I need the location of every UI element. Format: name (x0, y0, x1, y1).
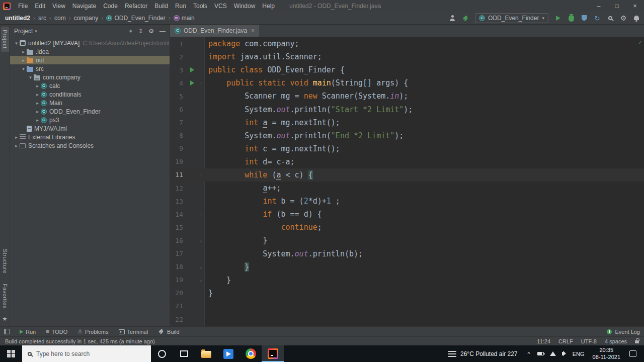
tool-window-switcher-icon[interactable] (4, 329, 10, 334)
run-gutter-icon[interactable] (190, 80, 194, 85)
file-encoding[interactable]: UTF-8 (581, 338, 597, 344)
editor-line-3[interactable]: 3public class ODD_Even_Finder { (170, 63, 644, 76)
editor-line-21[interactable]: 21 (170, 300, 644, 313)
chevron-closed-icon[interactable]: ▸ (13, 143, 20, 148)
chevron-open-icon[interactable]: ▾ (13, 41, 20, 46)
close-tab-icon[interactable]: × (251, 27, 255, 34)
chevron-closed-icon[interactable]: ▸ (34, 118, 41, 123)
hidden-icons-chevron[interactable]: ^ (524, 351, 534, 357)
tree-item-conditionals[interactable]: ▸Cconditionals (10, 90, 170, 99)
restore-button[interactable]: □ (608, 0, 626, 12)
taskbar-search[interactable]: Type here to search (22, 345, 151, 362)
fold-open-icon[interactable]: ◦ (199, 80, 202, 86)
volume-icon[interactable] (562, 352, 564, 355)
coverage-button[interactable] (581, 15, 588, 21)
fold-open-icon[interactable]: ◦ (199, 172, 202, 177)
editor-line-14[interactable]: 14◦ if (b == d) { (170, 208, 644, 221)
editor-line-13[interactable]: 13 int b = (2*d)+1 ; (170, 195, 644, 208)
menu-navigate[interactable]: Navigate (69, 0, 100, 12)
editor-line-18[interactable]: 18▵ } (170, 260, 644, 274)
breadcrumb-item-com[interactable]: com (53, 15, 67, 22)
toolwindow-button-problems[interactable]: ⚠Problems (77, 328, 108, 335)
task-view-button[interactable] (173, 345, 195, 362)
tree-item-com-company[interactable]: ▾com.company (10, 73, 170, 81)
tree-item-odd-even-finder[interactable]: ▸CODD_Even_Finder (10, 107, 170, 116)
tree-item-ps3[interactable]: ▸Cps3 (10, 116, 170, 124)
tree-item-untitled2[interactable]: ▾untitled2[MYJAVA]C:\Users\Asus\IdeaProj… (10, 39, 170, 47)
tree-item-myjava-iml[interactable]: MYJAVA.iml (10, 124, 170, 133)
debug-button[interactable] (568, 15, 575, 22)
settings-gear-icon[interactable]: ⚙ (620, 15, 627, 22)
menu-refactor[interactable]: Refactor (121, 0, 151, 12)
chevron-closed-icon[interactable]: ▸ (34, 92, 41, 97)
blue-app-button[interactable] (217, 345, 239, 362)
chevron-open-icon[interactable]: ▾ (27, 75, 34, 80)
locate-file-icon[interactable]: ⌖ (129, 28, 132, 35)
menu-view[interactable]: View (49, 0, 69, 12)
toolwindow-button-run[interactable]: Run (20, 328, 36, 335)
breadcrumb-item-odd_even_finder[interactable]: CODD_Even_Finder (105, 15, 166, 22)
close-button[interactable]: × (626, 0, 644, 12)
chevron-closed-icon[interactable]: ▸ (34, 83, 41, 88)
menu-run[interactable]: Run (172, 0, 190, 12)
chevron-open-icon[interactable]: ▾ (20, 66, 27, 71)
chevron-closed-icon[interactable]: ▸ (20, 58, 27, 63)
lock-icon[interactable] (635, 340, 639, 343)
weather-widget[interactable]: 26°C Polluted air 227 (442, 350, 524, 357)
editor-line-17[interactable]: 17 System.out.println(b); (170, 247, 644, 260)
breadcrumb-item-src[interactable]: src (37, 15, 47, 22)
tree-item-main[interactable]: ▸CMain (10, 99, 170, 107)
action-center-icon[interactable] (629, 350, 636, 357)
project-panel-title[interactable]: Project (14, 28, 33, 35)
tree-item-scratches-and-consoles[interactable]: ▸Scratches and Consoles (10, 141, 170, 150)
menu-file[interactable]: File (15, 0, 31, 12)
fold-close-icon[interactable]: ▵ (199, 264, 202, 269)
profiler-button[interactable]: ↻ (594, 15, 601, 22)
menu-code[interactable]: Code (100, 0, 121, 12)
indent-setting[interactable]: 4 spaces (605, 338, 627, 344)
chevron-closed-icon[interactable]: ▸ (13, 135, 20, 140)
intellij-taskbar-button[interactable] (262, 345, 284, 362)
minimize-button[interactable]: – (590, 0, 608, 12)
panel-settings-gear-icon[interactable]: ⚙ (148, 28, 154, 35)
code-with-me-user-icon[interactable] (449, 15, 456, 21)
editor-line-20[interactable]: 20} (170, 287, 644, 300)
toolwindow-button-build[interactable]: Build (158, 328, 179, 335)
build-project-button[interactable] (462, 15, 469, 22)
editor-line-7[interactable]: 7 int a = mg.nextInt(); (170, 116, 644, 129)
caret-position[interactable]: 11:24 (537, 338, 550, 344)
tree-item-out[interactable]: ▸out (10, 56, 170, 64)
menu-window[interactable]: Window (230, 0, 259, 12)
editor-line-11[interactable]: 11◦ while (a < c) { (170, 168, 644, 182)
editor-line-2[interactable]: 2import java.util.Scanner; (170, 50, 644, 63)
run-button[interactable] (554, 16, 561, 21)
editor-line-6[interactable]: 6 System.out.println("Start *2 Limit"); (170, 103, 644, 116)
fold-close-icon[interactable]: ▵ (199, 238, 202, 243)
language-indicator[interactable]: ENG (569, 351, 589, 357)
breadcrumb-item-company[interactable]: company (73, 15, 100, 22)
search-everywhere-button[interactable] (607, 16, 614, 20)
chevron-closed-icon[interactable]: ▸ (34, 101, 41, 106)
file-explorer-button[interactable] (195, 345, 217, 362)
start-button[interactable] (0, 345, 22, 362)
menu-tools[interactable]: Tools (190, 0, 211, 12)
editor-line-15[interactable]: 15 continue; (170, 221, 644, 234)
editor-line-9[interactable]: 9 int c = mg.nextInt(); (170, 142, 644, 155)
breadcrumb-item-untitled2[interactable]: untitled2 (4, 15, 31, 22)
editor-line-1[interactable]: 1package com.company; (170, 37, 644, 50)
status-message[interactable]: Build completed successfully in 1 sec, 4… (5, 338, 155, 344)
fold-close-icon[interactable]: ▵ (199, 277, 202, 283)
editor-line-8[interactable]: 8 System.out.println("End *2 Limit"); (170, 129, 644, 142)
editor-line-19[interactable]: 19▵ } (170, 274, 644, 287)
tool-window-button-structure[interactable]: Structure (1, 246, 9, 277)
hide-panel-icon[interactable]: — (159, 28, 166, 35)
tree-item-external-libraries[interactable]: ▸External Libraries (10, 133, 170, 141)
menu-help[interactable]: Help (259, 0, 278, 12)
battery-icon[interactable] (537, 352, 544, 355)
editor-line-12[interactable]: 12 a++; (170, 182, 644, 195)
editor-line-4[interactable]: 4◦ public static void main(String[] args… (170, 76, 644, 89)
menu-edit[interactable]: Edit (31, 0, 49, 12)
editor-line-10[interactable]: 10 int d= c-a; (170, 155, 644, 168)
tree-item-calc[interactable]: ▸Ccalc (10, 81, 170, 90)
cortana-button[interactable] (151, 345, 173, 362)
